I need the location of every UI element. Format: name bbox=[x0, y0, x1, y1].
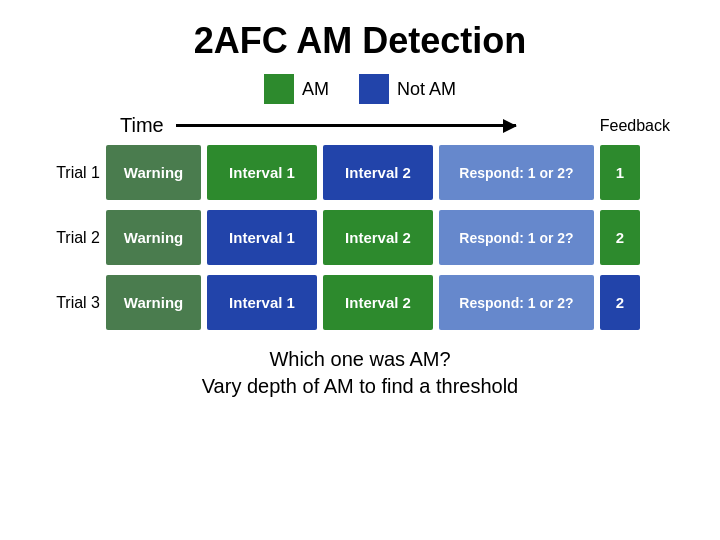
feedback-label: Feedback bbox=[600, 117, 680, 135]
legend-am: AM bbox=[264, 74, 329, 104]
warning-cell: Warning bbox=[106, 145, 201, 200]
legend-notam: Not AM bbox=[359, 74, 456, 104]
legend: AM Not AM bbox=[40, 74, 680, 104]
interval1-cell: Interval 1 bbox=[207, 275, 317, 330]
interval1-cell: Interval 1 bbox=[207, 210, 317, 265]
feedback-cell: 1 bbox=[600, 145, 640, 200]
page-title: 2AFC AM Detection bbox=[40, 20, 680, 62]
page: 2AFC AM Detection AM Not AM Time Feedbac… bbox=[0, 0, 720, 540]
warning-cell: Warning bbox=[106, 210, 201, 265]
respond-cell: Respond: 1 or 2? bbox=[439, 275, 594, 330]
trial-row: Trial 2 Warning Interval 1 Interval 2 Re… bbox=[40, 210, 680, 265]
am-label: AM bbox=[302, 79, 329, 100]
notam-label: Not AM bbox=[397, 79, 456, 100]
trial-label: Trial 1 bbox=[40, 164, 100, 182]
am-color-box bbox=[264, 74, 294, 104]
time-label: Time bbox=[120, 114, 164, 137]
interval2-cell: Interval 2 bbox=[323, 275, 433, 330]
respond-cell: Respond: 1 or 2? bbox=[439, 145, 594, 200]
notam-color-box bbox=[359, 74, 389, 104]
bottom-text: Which one was AM? Vary depth of AM to fi… bbox=[40, 348, 680, 398]
bottom-line2: Vary depth of AM to find a threshold bbox=[40, 375, 680, 398]
interval2-cell: Interval 2 bbox=[323, 145, 433, 200]
warning-cell: Warning bbox=[106, 275, 201, 330]
interval2-cell: Interval 2 bbox=[323, 210, 433, 265]
trial-row: Trial 3 Warning Interval 1 Interval 2 Re… bbox=[40, 275, 680, 330]
time-arrow bbox=[176, 124, 516, 127]
feedback-cell: 2 bbox=[600, 275, 640, 330]
feedback-cell: 2 bbox=[600, 210, 640, 265]
respond-cell: Respond: 1 or 2? bbox=[439, 210, 594, 265]
trial-label: Trial 2 bbox=[40, 229, 100, 247]
trial-label: Trial 3 bbox=[40, 294, 100, 312]
trial-row: Trial 1 Warning Interval 1 Interval 2 Re… bbox=[40, 145, 680, 200]
interval1-cell: Interval 1 bbox=[207, 145, 317, 200]
bottom-line1: Which one was AM? bbox=[40, 348, 680, 371]
